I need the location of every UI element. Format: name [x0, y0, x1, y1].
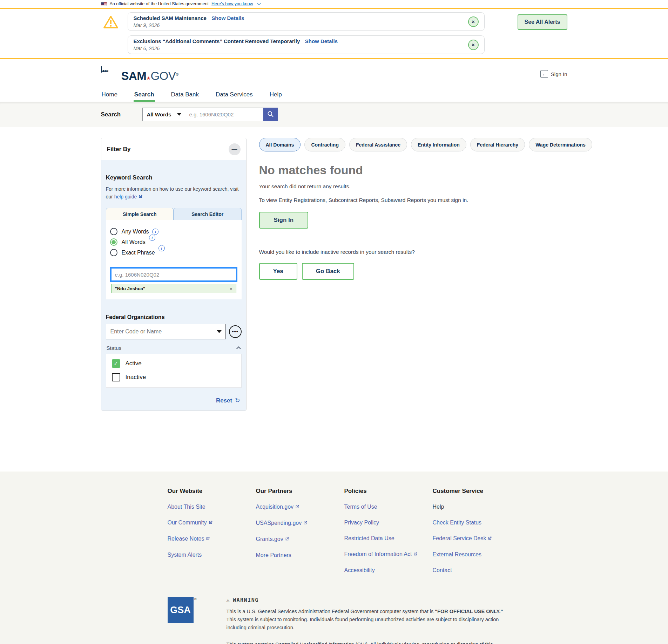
radio-label-exact-phrase[interactable]: Exact Phrase: [122, 250, 155, 256]
inactive-records-question: Would you like to include inactive recor…: [259, 249, 592, 255]
pill-all-domains[interactable]: All Domains: [259, 138, 301, 151]
footer-link-acquisition-gov[interactable]: Acquisition.gov: [256, 504, 344, 510]
external-link-icon: [285, 536, 289, 543]
footer-link-about-this-site[interactable]: About This Site: [168, 504, 256, 510]
close-icon[interactable]: ×: [468, 16, 479, 27]
domain-pills: All Domains Contracting Federal Assistan…: [259, 138, 592, 151]
search-button[interactable]: [263, 108, 278, 121]
header-sign-in-link[interactable]: ← Sign In: [540, 70, 567, 78]
warning-triangle-icon: [103, 15, 119, 30]
nav-item-home[interactable]: Home: [101, 88, 118, 102]
nav-item-help[interactable]: Help: [269, 88, 283, 102]
footer-link-check-entity-status[interactable]: Check Entity Status: [433, 520, 521, 526]
nav-item-data-bank[interactable]: Data Bank: [170, 88, 200, 102]
footer-link-federal-service-desk[interactable]: Federal Service Desk: [433, 535, 521, 542]
footer-link-release-notes[interactable]: Release Notes: [168, 536, 256, 542]
external-link-icon: [205, 536, 210, 542]
external-link-icon: [138, 194, 143, 201]
gov-banner: An official website of the United States…: [0, 0, 668, 9]
collapse-filter-button[interactable]: —: [229, 143, 241, 155]
external-link-icon: [303, 520, 308, 527]
tab-search-editor[interactable]: Search Editor: [174, 208, 242, 220]
see-all-alerts-button[interactable]: See All Alerts: [518, 14, 567, 30]
radio-exact-phrase[interactable]: [110, 249, 117, 256]
external-link-icon: [487, 536, 492, 542]
footer-link-terms-of-use[interactable]: Terms of Use: [344, 504, 433, 510]
alert-date: Mar 9, 2026: [134, 22, 244, 28]
footer-link-accessibility[interactable]: Accessibility: [344, 567, 433, 574]
nav-item-search[interactable]: Search: [134, 88, 155, 102]
footer-link-foia[interactable]: Freedom of Information Act: [344, 551, 433, 558]
alert-show-details-link[interactable]: Show Details: [305, 38, 338, 44]
chip-remove-icon[interactable]: ×: [230, 286, 232, 291]
page: An official website of the United States…: [0, 0, 668, 644]
nav-item-data-services[interactable]: Data Services: [215, 88, 254, 102]
help-guide-link[interactable]: help guide: [114, 194, 137, 199]
radio-all-words[interactable]: [110, 238, 117, 246]
checkbox-active[interactable]: ✓: [112, 359, 120, 368]
results-line1: Your search did not return any results.: [259, 183, 592, 190]
footer-link-more-partners[interactable]: More Partners: [256, 552, 344, 558]
logo-text: SAM★GOV®: [121, 71, 178, 81]
alert-show-details-link[interactable]: Show Details: [211, 15, 244, 21]
reset-icon[interactable]: ↻: [235, 397, 240, 404]
reset-link[interactable]: Reset: [216, 397, 232, 404]
yes-button[interactable]: Yes: [259, 263, 297, 280]
footer-link-external-resources[interactable]: External Resources: [433, 551, 521, 558]
how-you-know-link[interactable]: Here's how you know: [211, 1, 253, 6]
no-matches-title: No matches found: [259, 163, 592, 177]
checkbox-inactive[interactable]: [112, 373, 120, 381]
close-icon[interactable]: ×: [468, 40, 479, 50]
footer-link-privacy-policy[interactable]: Privacy Policy: [344, 520, 433, 526]
footer-link-contact[interactable]: Contact: [433, 567, 521, 574]
federal-organizations-heading: Federal Organizations: [106, 314, 242, 320]
status-label: Status: [107, 345, 122, 351]
info-icon[interactable]: i: [149, 235, 155, 241]
search-label: Search: [101, 111, 142, 118]
footer-link-grants-gov[interactable]: Grants.gov: [256, 536, 344, 543]
external-link-icon: [413, 551, 418, 558]
info-icon[interactable]: i: [158, 245, 165, 251]
star-icon: ★: [146, 75, 150, 81]
keyword-search-input[interactable]: [110, 267, 237, 282]
site-header: ★★★ SAM★GOV® ← Sign In: [0, 59, 668, 85]
radio-label-any-words[interactable]: Any Words: [122, 229, 149, 235]
go-back-button[interactable]: Go Back: [302, 263, 354, 280]
checkbox-label-active[interactable]: Active: [126, 360, 142, 367]
sign-in-button[interactable]: Sign In: [259, 212, 309, 229]
filter-panel: Filter By — Keyword Search For more info…: [101, 138, 247, 411]
chevron-up-icon[interactable]: [236, 347, 241, 351]
keyword-tabs: Simple Search Search Editor: [106, 208, 242, 220]
pill-federal-hierarchy[interactable]: Federal Hierarchy: [470, 138, 525, 151]
more-options-icon[interactable]: •••: [229, 325, 242, 338]
keyword-info-text: For more information on how to use our k…: [106, 185, 242, 201]
tab-simple-search[interactable]: Simple Search: [106, 208, 174, 220]
radio-any-words[interactable]: [110, 228, 117, 235]
warning-block: ⚠ WARNING This is a U.S. General Service…: [227, 597, 504, 644]
pill-federal-assistance[interactable]: Federal Assistance: [349, 138, 407, 151]
footer-link-system-alerts[interactable]: System Alerts: [168, 552, 256, 558]
results-line2: To view Entity Registrations, Subcontrac…: [259, 196, 529, 204]
simple-search-panel: Any Words i All Words i Exact Phrase i: [106, 220, 242, 299]
keyword-chip: "Ndu Joshua" ×: [111, 284, 236, 293]
federal-org-input[interactable]: [106, 324, 226, 339]
pill-wage-determinations[interactable]: Wage Determinations: [529, 138, 592, 151]
alert-card: Scheduled SAM Maintenance Show Details M…: [128, 12, 485, 31]
alert-card: Exclusions “Additional Comments” Content…: [128, 35, 485, 54]
footer-link-usaspending-gov[interactable]: USASpending.gov: [256, 520, 344, 527]
gsa-logo: GSA ®: [168, 597, 194, 623]
filter-by-title: Filter By: [107, 146, 131, 153]
warning-paragraph-1: This is a U.S. General Services Administ…: [227, 608, 504, 632]
chevron-down-icon: [257, 1, 261, 5]
footer-link-help[interactable]: Help: [433, 504, 521, 510]
footer-link-restricted-data-use[interactable]: Restricted Data Use: [344, 535, 433, 542]
sam-gov-logo[interactable]: ★★★ SAM★GOV®: [101, 67, 178, 81]
pill-entity-information[interactable]: Entity Information: [411, 138, 466, 151]
radio-label-all-words[interactable]: All Words: [122, 239, 146, 245]
checkbox-label-inactive[interactable]: Inactive: [126, 374, 146, 381]
info-icon[interactable]: i: [152, 229, 158, 235]
search-mode-select[interactable]: All Words: [142, 108, 185, 121]
pill-contracting[interactable]: Contracting: [304, 138, 345, 151]
footer-link-our-community[interactable]: Our Community: [168, 520, 256, 526]
top-search-input[interactable]: [185, 108, 263, 121]
